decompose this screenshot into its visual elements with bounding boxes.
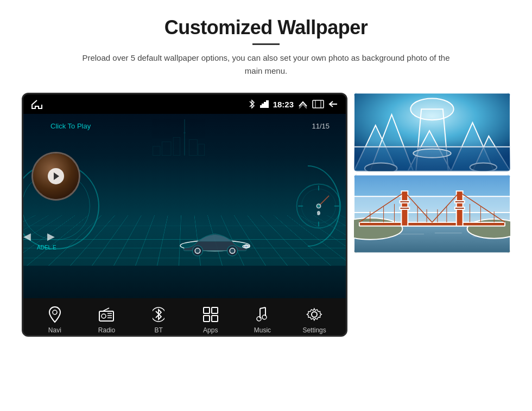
screen-content: Click To Play 11/15 [23,114,346,298]
player-controls: ◀ ▶ [23,230,80,242]
svg-rect-14 [153,146,160,156]
next-button[interactable]: ▶ [47,230,55,242]
car-icon [172,220,258,263]
nav-item-music[interactable]: Music [243,305,281,334]
nav-item-apps[interactable]: Apps [192,305,230,334]
prev-button[interactable]: ◀ [23,230,31,242]
gauge-icon: 9 [294,182,343,230]
nav-icon-navi [45,305,65,324]
album-label: ADEL.E [37,245,80,251]
svg-rect-70 [359,222,505,226]
car-unit-screen[interactable]: 18:23 [22,93,347,337]
album-art [31,152,80,201]
status-left [31,99,43,109]
svg-rect-40 [212,307,218,313]
radio-icon [98,307,115,322]
svg-marker-56 [416,109,448,171]
svg-line-45 [260,307,265,309]
thumbnail-golden-gate[interactable] [354,175,510,253]
nav-label-settings: Settings [302,326,326,334]
nav-item-radio[interactable]: Radio [87,305,125,334]
up-arrows-icon [298,100,308,108]
home-icon [31,99,43,109]
svg-rect-41 [204,316,210,322]
nav-label-navi: Navi [48,326,61,334]
svg-point-47 [262,315,267,319]
svg-rect-11 [173,137,180,155]
apps-grid-icon [202,306,219,323]
svg-rect-1 [262,104,264,108]
ice-cave-image [354,93,510,171]
nav-icon-bt [149,305,168,324]
nav-icon-radio [97,305,116,324]
bottom-nav: Navi Radi [23,298,346,337]
bluetooth-status-icon [248,99,256,109]
title-divider [252,43,280,45]
svg-rect-0 [260,106,262,108]
svg-rect-12 [189,140,197,156]
svg-rect-73 [400,201,409,203]
nav-item-settings[interactable]: Settings [295,305,333,334]
svg-rect-75 [455,201,465,203]
wallpaper-thumbnails [354,93,510,337]
nav-label-music: Music [254,326,271,334]
city-skyline-icon [109,119,261,174]
nav-label-apps: Apps [203,326,218,334]
nav-label-bt: BT [154,326,162,334]
svg-point-31 [53,310,57,314]
svg-rect-13 [198,144,205,156]
svg-point-46 [257,317,261,321]
status-bar: 18:23 [23,94,346,114]
svg-rect-4 [313,100,324,108]
svg-rect-57 [354,147,510,171]
svg-rect-10 [162,142,171,156]
nav-label-radio: Radio [98,326,115,334]
svg-rect-42 [212,316,218,322]
bluetooth-nav-icon [153,306,164,323]
content-area: 18:23 [22,93,510,337]
svg-rect-76 [455,207,465,209]
svg-point-58 [413,149,451,158]
page-title: Customized Wallpaper [76,16,456,39]
date-display: 11/15 [312,122,330,130]
status-right: 18:23 [248,99,338,109]
svg-point-33 [102,314,106,318]
subtitle: Preload over 5 default wallpaper options… [76,52,456,78]
svg-point-29 [316,204,320,208]
golden-gate-image [354,175,510,253]
nav-item-bt[interactable]: BT [140,305,178,334]
location-pin-icon [47,306,62,323]
click-to-play-label: Click To Play [50,122,91,130]
settings-icon [306,306,322,323]
svg-text:9: 9 [317,210,320,216]
svg-point-21 [243,245,250,248]
svg-rect-74 [400,207,409,209]
svg-point-48 [312,312,317,317]
svg-rect-2 [264,102,266,108]
play-triangle-icon [54,172,59,180]
nav-icon-apps [201,305,220,324]
signal-icon [260,100,269,108]
page-wrapper: Customized Wallpaper Preload over 5 defa… [0,0,532,411]
svg-point-17 [195,248,200,254]
svg-rect-39 [204,307,210,313]
svg-point-59 [365,163,397,171]
nav-icon-music [252,305,272,324]
svg-rect-3 [267,101,268,108]
window-icon [312,100,324,108]
nav-item-navi[interactable]: Navi [36,305,74,334]
back-arrow-icon [328,100,338,108]
thumbnail-ice-cave[interactable] [354,93,510,171]
title-section: Customized Wallpaper Preload over 5 defa… [76,16,456,78]
svg-point-19 [230,248,235,254]
nav-icon-settings [305,305,324,324]
svg-marker-54 [472,136,510,171]
play-button[interactable] [48,168,64,184]
music-icon [255,306,270,323]
status-time: 18:23 [273,100,294,109]
music-player: ◀ ▶ ADEL.E [31,152,80,251]
svg-point-60 [470,163,497,171]
